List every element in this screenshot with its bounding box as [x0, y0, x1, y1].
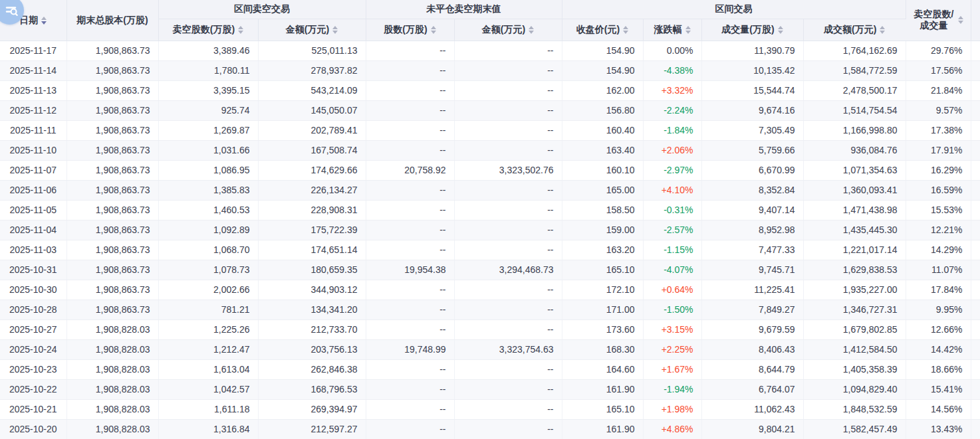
cell-close_price: 160.10 — [562, 160, 643, 180]
cell-change_pct: +1.98% — [643, 399, 701, 419]
column-header-short-ratio[interactable]: 卖空股数/成交量 — [906, 0, 971, 41]
cell-change_pct: -1.15% — [643, 240, 701, 260]
cell-short_ratio: 16.29% — [906, 160, 971, 180]
cell-turnover: 1,360,093.41 — [803, 180, 906, 200]
cell-short_ratio: 14.42% — [906, 339, 971, 359]
cell-short_amount: 278,937.82 — [258, 60, 366, 80]
cell-volume: 11,225.41 — [701, 280, 803, 300]
table-row: 2025-11-171,908,863.733,389.46525,011.13… — [0, 41, 980, 60]
cell-open_shares: -- — [366, 80, 454, 100]
cell-open_shares: -- — [366, 120, 454, 140]
row-spacer — [971, 200, 980, 220]
cell-volume: 9,407.14 — [701, 200, 803, 220]
cell-open_amount: -- — [454, 41, 562, 60]
sort-icon — [958, 16, 963, 24]
cell-open_amount: -- — [454, 100, 562, 120]
cell-close_price: 163.40 — [562, 140, 643, 160]
column-label: 成交额(万元) — [824, 24, 876, 35]
column-header-open-shares[interactable]: 股数(万股) — [366, 19, 454, 41]
cell-short_shares: 1,385.83 — [158, 180, 258, 200]
cell-total_shares: 1,908,863.73 — [66, 200, 158, 220]
table-row: 2025-11-061,908,863.731,385.83226,134.27… — [0, 180, 980, 200]
cell-short_amount: 228,908.31 — [258, 200, 366, 220]
sort-icon — [238, 26, 243, 34]
cell-short_ratio: 29.76% — [906, 41, 971, 60]
cell-short_shares: 3,395.15 — [158, 80, 258, 100]
cell-volume: 9,679.59 — [701, 319, 803, 339]
cell-turnover: 1,221,017.14 — [803, 240, 906, 260]
cell-short_amount: 212,597.27 — [258, 419, 366, 439]
column-header-volume[interactable]: 成交量(万股) — [701, 19, 803, 41]
cell-volume: 8,644.79 — [701, 359, 803, 379]
cell-open_amount: -- — [454, 80, 562, 100]
cell-short_shares: 1,225.26 — [158, 319, 258, 339]
cell-total_shares: 1,908,828.03 — [66, 319, 158, 339]
row-spacer — [971, 100, 980, 120]
column-header-turnover[interactable]: 成交额(万元) — [803, 19, 906, 41]
cell-short_ratio: 16.59% — [906, 180, 971, 200]
cell-turnover: 1,584,772.59 — [803, 60, 906, 80]
cell-short_amount: 134,341.20 — [258, 300, 366, 319]
cell-short_ratio: 14.29% — [906, 240, 971, 260]
cell-turnover: 1,629,838.53 — [803, 260, 906, 280]
table-row: 2025-10-211,908,828.031,611.18269,394.97… — [0, 399, 980, 419]
cell-open_amount: -- — [454, 220, 562, 240]
group-label: 区间交易 — [715, 3, 753, 14]
cell-date: 2025-10-28 — [0, 300, 66, 319]
table-row: 2025-10-231,908,828.031,613.04262,846.38… — [0, 359, 980, 379]
cell-total_shares: 1,908,828.03 — [66, 379, 158, 399]
cell-short_shares: 1,269.87 — [158, 120, 258, 140]
cell-close_price: 154.90 — [562, 60, 643, 80]
cell-short_ratio: 11.07% — [906, 260, 971, 280]
group-header-short-interval: 区间卖空交易 — [158, 0, 366, 19]
header-spacer — [971, 0, 980, 41]
sort-icon — [778, 26, 783, 34]
cell-short_shares: 1,460.53 — [158, 200, 258, 220]
cell-close_price: 171.00 — [562, 300, 643, 319]
cell-change_pct: -2.97% — [643, 160, 701, 180]
cell-short_amount: 262,846.38 — [258, 359, 366, 379]
cell-short_amount: 145,050.07 — [258, 100, 366, 120]
row-spacer — [971, 319, 980, 339]
row-spacer — [971, 359, 980, 379]
cell-open_shares: -- — [366, 300, 454, 319]
cell-change_pct: 0.00% — [643, 41, 701, 60]
cell-open_amount: -- — [454, 120, 562, 140]
cell-short_ratio: 12.66% — [906, 319, 971, 339]
cell-volume: 6,670.99 — [701, 160, 803, 180]
column-label: 卖空股数/成交量 — [914, 9, 955, 31]
cell-date: 2025-11-11 — [0, 120, 66, 140]
cell-short_shares: 781.21 — [158, 300, 258, 319]
column-label: 期末总股本(万股) — [76, 15, 148, 25]
column-label: 收盘价(元) — [576, 24, 620, 35]
cell-change_pct: -1.94% — [643, 379, 701, 399]
column-header-short-amount[interactable]: 金额(万元) — [258, 19, 366, 41]
column-header-change-pct[interactable]: 涨跌幅 — [643, 19, 701, 41]
cell-short_amount: 525,011.13 — [258, 41, 366, 60]
row-spacer — [971, 419, 980, 439]
row-spacer — [971, 180, 980, 200]
column-header-close-price[interactable]: 收盘价(元) — [562, 19, 643, 41]
cell-date: 2025-11-14 — [0, 60, 66, 80]
cell-total_shares: 1,908,863.73 — [66, 140, 158, 160]
cell-short_amount: 174,651.14 — [258, 240, 366, 260]
column-header-open-amount[interactable]: 金额(万元) — [454, 19, 562, 41]
cell-change_pct: +2.06% — [643, 140, 701, 160]
cell-total_shares: 1,908,863.73 — [66, 260, 158, 280]
cell-short_shares: 1,078.73 — [158, 260, 258, 280]
table-row: 2025-11-041,908,863.731,092.89175,722.39… — [0, 220, 980, 240]
cell-change_pct: +3.32% — [643, 80, 701, 100]
table-row: 2025-10-281,908,863.73781.21134,341.20--… — [0, 300, 980, 319]
cell-open_amount: 3,323,754.63 — [454, 339, 562, 359]
cell-open_shares: -- — [366, 200, 454, 220]
cell-close_price: 154.90 — [562, 41, 643, 60]
table-row: 2025-10-301,908,863.732,002.66344,903.12… — [0, 280, 980, 300]
cell-date: 2025-11-10 — [0, 140, 66, 160]
cell-turnover: 1,514,754.54 — [803, 100, 906, 120]
column-header-short-shares[interactable]: 卖空股数(万股) — [158, 19, 258, 41]
table-row: 2025-11-141,908,863.731,780.11278,937.82… — [0, 60, 980, 80]
cell-date: 2025-11-04 — [0, 220, 66, 240]
cell-short_ratio: 12.21% — [906, 220, 971, 240]
row-spacer — [971, 160, 980, 180]
cell-short_ratio: 9.95% — [906, 300, 971, 319]
